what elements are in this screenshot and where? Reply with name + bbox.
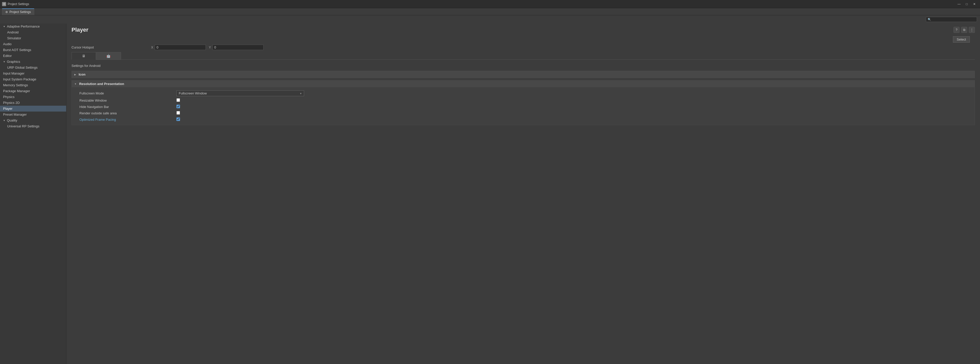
resolution-section-body: Fullscreen Mode Fullscreen Window Exclus… bbox=[72, 87, 975, 125]
sidebar-item-quality[interactable]: ▼Quality bbox=[0, 118, 66, 123]
resizable-window-checkbox[interactable] bbox=[177, 98, 180, 102]
sidebar-item-physics-2d[interactable]: Physics 2D bbox=[0, 100, 66, 106]
resolution-section-triangle: ▼ bbox=[74, 83, 76, 85]
close-button[interactable]: ✕ bbox=[971, 1, 978, 7]
sidebar-item-input-system[interactable]: Input System Package bbox=[0, 76, 66, 82]
icon-section-header[interactable]: ▶ Icon bbox=[72, 71, 975, 78]
icon-section: ▶ Icon bbox=[72, 71, 975, 78]
sidebar-item-label-input-system: Input System Package bbox=[3, 77, 36, 81]
render-safe-area-value bbox=[177, 111, 970, 115]
hide-nav-bar-value bbox=[177, 105, 970, 109]
cursor-hotspot-row: Cursor Hotspot X Y bbox=[67, 43, 980, 52]
header-actions: ? ⧉ ⋮ bbox=[953, 27, 975, 33]
fullscreen-mode-row: Fullscreen Mode Fullscreen Window Exclus… bbox=[72, 89, 975, 97]
fullscreen-mode-dropdown-wrap: Fullscreen Window Exclusive Fullscreen M… bbox=[177, 91, 304, 96]
quality-triangle-icon: ▼ bbox=[3, 119, 5, 122]
sidebar-item-label-physics: Physics bbox=[3, 95, 14, 99]
title-bar-title: Project Settings bbox=[8, 2, 29, 6]
resolution-section: ▼ Resolution and Presentation Fullscreen… bbox=[72, 80, 975, 125]
sidebar-item-adaptive-performance[interactable]: ▼Adaptive Performance bbox=[0, 24, 66, 29]
maximize-button[interactable]: □ bbox=[963, 1, 970, 7]
sidebar-item-label-adaptive-performance: Adaptive Performance bbox=[7, 24, 40, 28]
search-icon: 🔍 bbox=[928, 18, 931, 21]
sidebar-item-label-quality: Quality bbox=[7, 118, 17, 122]
tab-gear-icon: ⚙ bbox=[5, 11, 8, 14]
sidebar-item-burst-aot[interactable]: Burst AOT Settings bbox=[0, 47, 66, 53]
sidebar-item-universal-rp[interactable]: Universal RP Settings bbox=[0, 123, 66, 129]
x-input[interactable] bbox=[155, 45, 206, 50]
title-bar: ⚙ Project Settings — □ ✕ bbox=[0, 0, 980, 8]
title-bar-left: ⚙ Project Settings bbox=[2, 2, 29, 6]
sidebar-item-label-universal-rp: Universal RP Settings bbox=[7, 124, 39, 128]
sidebar-item-package-manager[interactable]: Package Manager bbox=[0, 88, 66, 94]
desktop-icon: 🖥 bbox=[82, 54, 86, 58]
optimized-frame-pacing-label[interactable]: Optimized Frame Pacing bbox=[80, 118, 177, 121]
icon-section-title: Icon bbox=[79, 73, 86, 76]
search-input[interactable] bbox=[932, 17, 975, 21]
cursor-hotspot-label: Cursor Hotspot bbox=[72, 45, 148, 49]
unity-icon: ⚙ bbox=[2, 2, 6, 6]
fullscreen-mode-label: Fullscreen Mode bbox=[80, 91, 177, 95]
render-safe-area-label: Render outside safe area bbox=[80, 111, 177, 115]
sidebar-item-simulator[interactable]: Simulator bbox=[0, 35, 66, 41]
resizable-window-value bbox=[177, 98, 970, 103]
tab-bar: ⚙ Project Settings bbox=[0, 8, 980, 15]
hide-nav-bar-row: Hide Navigation Bar bbox=[72, 103, 975, 110]
minimize-button[interactable]: — bbox=[956, 1, 963, 7]
resolution-section-header[interactable]: ▼ Resolution and Presentation bbox=[72, 80, 975, 87]
select-row: Select bbox=[67, 35, 980, 43]
sidebar-item-android[interactable]: Android bbox=[0, 29, 66, 35]
help-button[interactable]: ? bbox=[953, 27, 959, 33]
graphics-triangle-icon: ▼ bbox=[3, 60, 5, 63]
resizable-window-label: Resizable Window bbox=[80, 99, 177, 102]
y-coord-group: Y bbox=[209, 45, 264, 50]
sidebar-item-urp-global[interactable]: URP Global Settings bbox=[0, 65, 66, 70]
search-input-wrap: 🔍 bbox=[926, 17, 977, 22]
sidebar-item-label-preset-manager: Preset Manager bbox=[3, 113, 27, 116]
main-layout: ▼Adaptive PerformanceAndroidSimulatorAud… bbox=[0, 24, 980, 364]
sidebar-item-physics[interactable]: Physics bbox=[0, 94, 66, 100]
title-bar-controls: — □ ✕ bbox=[956, 1, 978, 7]
sidebar-item-label-input-manager: Input Manager bbox=[3, 72, 24, 75]
resolution-section-title: Resolution and Presentation bbox=[79, 82, 124, 86]
sidebar-item-label-graphics: Graphics bbox=[7, 60, 20, 64]
sidebar-item-label-physics-2d: Physics 2D bbox=[3, 101, 20, 105]
y-input[interactable] bbox=[212, 45, 264, 50]
sidebar-item-label-editor: Editor bbox=[3, 54, 12, 58]
tab-desktop[interactable]: 🖥 bbox=[72, 52, 96, 60]
hide-nav-bar-label: Hide Navigation Bar bbox=[80, 105, 177, 109]
settings-for-android-label: Settings for Android bbox=[67, 62, 980, 70]
optimized-frame-pacing-value bbox=[177, 118, 970, 122]
select-button[interactable]: Select bbox=[953, 36, 970, 43]
sidebar: ▼Adaptive PerformanceAndroidSimulatorAud… bbox=[0, 24, 67, 364]
sidebar-item-audio[interactable]: Audio bbox=[0, 41, 66, 47]
sidebar-item-label-simulator: Simulator bbox=[7, 36, 21, 40]
fullscreen-mode-select[interactable]: Fullscreen Window Exclusive Fullscreen M… bbox=[177, 91, 304, 96]
tab-project-settings[interactable]: ⚙ Project Settings bbox=[2, 8, 34, 15]
sidebar-item-label-package-manager: Package Manager bbox=[3, 89, 30, 93]
sidebar-item-player[interactable]: Player bbox=[0, 106, 66, 111]
android-icon: 🤖 bbox=[106, 54, 111, 58]
adaptive-performance-triangle-icon: ▼ bbox=[3, 25, 5, 28]
sidebar-item-editor[interactable]: Editor bbox=[0, 53, 66, 59]
optimized-frame-pacing-checkbox[interactable] bbox=[177, 118, 180, 121]
sidebar-item-input-manager[interactable]: Input Manager bbox=[0, 70, 66, 76]
sidebar-item-label-memory-settings: Memory Settings bbox=[3, 83, 28, 87]
content-header: Player ? ⧉ ⋮ bbox=[67, 24, 980, 35]
x-label: X bbox=[151, 46, 153, 49]
sidebar-item-label-player: Player bbox=[3, 107, 13, 111]
sidebar-item-memory-settings[interactable]: Memory Settings bbox=[0, 82, 66, 88]
render-safe-area-row: Render outside safe area bbox=[72, 110, 975, 116]
render-safe-area-checkbox[interactable] bbox=[177, 111, 180, 114]
hide-nav-bar-checkbox[interactable] bbox=[177, 105, 180, 108]
content-area: Player ? ⧉ ⋮ Select Cursor Hotspot X Y bbox=[67, 24, 980, 364]
fullscreen-mode-value: Fullscreen Window Exclusive Fullscreen M… bbox=[177, 91, 970, 96]
sidebar-item-label-urp-global: URP Global Settings bbox=[7, 65, 38, 70]
tab-android[interactable]: 🤖 bbox=[96, 52, 121, 59]
sidebar-item-preset-manager[interactable]: Preset Manager bbox=[0, 111, 66, 118]
sliders-button[interactable]: ⧉ bbox=[961, 27, 967, 33]
more-button[interactable]: ⋮ bbox=[969, 27, 975, 33]
sidebar-item-label-android: Android bbox=[7, 30, 19, 34]
y-label: Y bbox=[209, 46, 211, 49]
sidebar-item-graphics[interactable]: ▼Graphics bbox=[0, 59, 66, 65]
